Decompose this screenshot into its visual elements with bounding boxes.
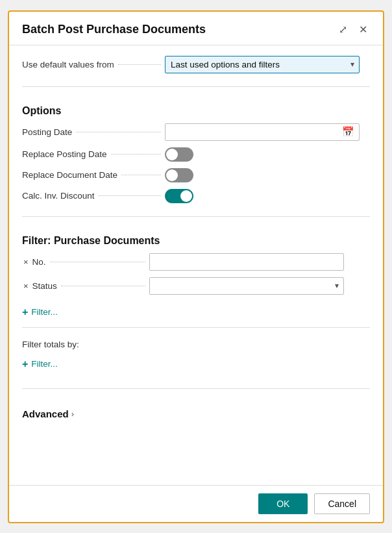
status-filter-remove-button[interactable]: × bbox=[22, 281, 30, 291]
default-values-control: Last used options and filtersDefault val… bbox=[165, 56, 360, 73]
dialog-title: Batch Post Purchase Documents bbox=[22, 23, 206, 36]
toggle-slider bbox=[165, 168, 193, 182]
dialog-footer: OK Cancel bbox=[9, 485, 383, 522]
dialog-header: Batch Post Purchase Documents ⤢ ✕ bbox=[9, 12, 383, 45]
status-filter-select[interactable]: Open Released Pending Approval Pending P… bbox=[149, 277, 344, 295]
filter-divider bbox=[22, 216, 370, 217]
default-values-select[interactable]: Last used options and filtersDefault val… bbox=[165, 56, 360, 73]
batch-post-dialog: Batch Post Purchase Documents ⤢ ✕ Use de… bbox=[8, 10, 384, 523]
no-filter-row: × No. bbox=[22, 253, 370, 271]
posting-date-wrapper: 📅 bbox=[165, 123, 360, 141]
plus-icon: + bbox=[22, 306, 28, 318]
dotted-line bbox=[118, 64, 161, 65]
calc-inv-discount-toggle[interactable] bbox=[165, 189, 193, 203]
advanced-label: Advanced bbox=[22, 408, 69, 419]
dialog-body: Use default values from Last used option… bbox=[9, 45, 383, 485]
advanced-row[interactable]: Advanced › bbox=[22, 408, 370, 419]
no-filter-control bbox=[149, 253, 344, 271]
add-filter-button[interactable]: + Filter... bbox=[22, 304, 370, 321]
calc-inv-discount-row: Calc. Inv. Discount bbox=[22, 189, 370, 203]
plus-icon: + bbox=[22, 358, 28, 370]
close-button[interactable]: ✕ bbox=[356, 22, 370, 37]
posting-date-input[interactable] bbox=[165, 123, 360, 141]
cancel-button[interactable]: Cancel bbox=[314, 493, 370, 514]
replace-document-date-toggle[interactable] bbox=[165, 168, 193, 182]
filter-heading: Filter: Purchase Documents bbox=[22, 235, 370, 247]
replace-posting-date-control bbox=[165, 147, 360, 162]
advanced-divider bbox=[22, 388, 370, 389]
posting-date-label: Posting Date bbox=[22, 127, 165, 137]
dotted-line bbox=[111, 154, 161, 155]
filter-totals-divider bbox=[22, 327, 370, 328]
expand-button[interactable]: ⤢ bbox=[336, 22, 350, 37]
default-values-row: Use default values from Last used option… bbox=[22, 56, 370, 73]
calc-inv-discount-control bbox=[165, 189, 360, 203]
dotted-line bbox=[50, 262, 145, 262]
replace-posting-date-label: Replace Posting Date bbox=[22, 149, 165, 159]
replace-document-date-control bbox=[165, 168, 360, 182]
no-filter-remove-button[interactable]: × bbox=[22, 257, 30, 267]
replace-document-date-row: Replace Document Date bbox=[22, 168, 370, 182]
no-filter-label: No. bbox=[32, 257, 149, 267]
toggle-slider bbox=[165, 147, 193, 162]
status-filter-select-wrapper: Open Released Pending Approval Pending P… bbox=[149, 277, 344, 295]
status-filter-control: Open Released Pending Approval Pending P… bbox=[149, 277, 344, 295]
options-divider bbox=[22, 86, 370, 87]
advanced-chevron-icon: › bbox=[71, 409, 74, 419]
default-values-label: Use default values from bbox=[22, 60, 165, 69]
replace-document-date-label: Replace Document Date bbox=[22, 170, 165, 180]
default-values-select-wrapper: Last used options and filtersDefault val… bbox=[165, 56, 360, 73]
ok-button[interactable]: OK bbox=[258, 493, 308, 514]
replace-posting-date-toggle[interactable] bbox=[165, 147, 193, 162]
add-filter-label: Filter... bbox=[31, 307, 58, 317]
dotted-line bbox=[99, 195, 161, 196]
toggle-slider bbox=[165, 189, 193, 203]
status-filter-row: × Status Open Released Pending Approval … bbox=[22, 277, 370, 295]
add-totals-filter-label: Filter... bbox=[31, 359, 58, 369]
dotted-line bbox=[76, 132, 161, 132]
close-icon: ✕ bbox=[359, 23, 367, 36]
expand-icon: ⤢ bbox=[339, 23, 347, 36]
posting-date-control: 📅 bbox=[165, 123, 360, 141]
dotted-line bbox=[61, 286, 145, 286]
replace-posting-date-row: Replace Posting Date bbox=[22, 147, 370, 162]
filter-totals-label: Filter totals by: bbox=[22, 340, 370, 349]
no-filter-input[interactable] bbox=[149, 253, 344, 271]
dotted-line bbox=[121, 175, 161, 175]
posting-date-row: Posting Date 📅 bbox=[22, 123, 370, 141]
calc-inv-discount-label: Calc. Inv. Discount bbox=[22, 191, 165, 201]
header-icons: ⤢ ✕ bbox=[336, 22, 370, 37]
status-filter-label: Status bbox=[32, 281, 149, 291]
add-totals-filter-button[interactable]: + Filter... bbox=[22, 356, 370, 373]
options-heading: Options bbox=[22, 105, 370, 117]
